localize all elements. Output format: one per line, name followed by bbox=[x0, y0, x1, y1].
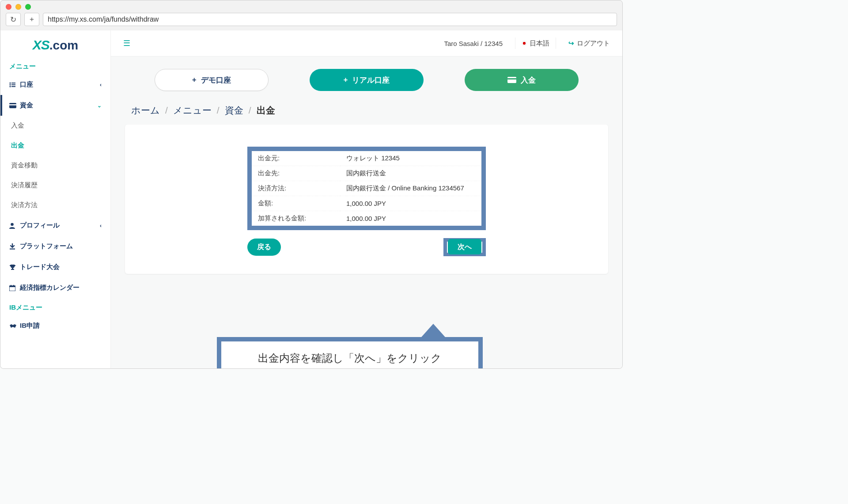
main-area: ☰ Taro Sasaki / 12345 日本語 ↪ ログアウト bbox=[111, 30, 622, 368]
jp-flag-icon bbox=[522, 41, 527, 46]
sidebar-item-funds[interactable]: 資金 ⌄ bbox=[0, 95, 110, 116]
summary-dest-label: 出金先: bbox=[252, 166, 340, 181]
wallet-icon bbox=[9, 103, 20, 108]
sidebar-item-contest[interactable]: トレード大会 bbox=[0, 257, 110, 277]
topbar: ☰ Taro Sasaki / 12345 日本語 ↪ ログアウト bbox=[111, 30, 622, 57]
sidebar: XS.com メニュー 口座 ‹ 資金 ⌄ bbox=[0, 30, 111, 368]
summary-amount-value: 1,000.00 JPY bbox=[340, 196, 481, 211]
svg-point-0 bbox=[9, 82, 11, 83]
summary-source-value: ウォレット 12345 bbox=[340, 151, 481, 166]
deposit-button[interactable]: 入金 bbox=[465, 69, 579, 91]
svg-point-8 bbox=[11, 223, 14, 226]
svg-rect-7 bbox=[9, 104, 16, 106]
live-account-button[interactable]: + リアル口座 bbox=[310, 69, 424, 91]
sidebar-item-accounts[interactable]: 口座 ‹ bbox=[0, 74, 110, 95]
sidebar-item-history[interactable]: 決済履歴 bbox=[0, 175, 110, 195]
breadcrumb-separator: / bbox=[249, 105, 251, 116]
svg-point-4 bbox=[9, 86, 11, 87]
url-bar[interactable]: https://my.xs.com/ja/funds/withdraw bbox=[43, 13, 617, 26]
summary-method-label: 決済方法: bbox=[252, 181, 340, 196]
logo-xs: XS bbox=[33, 38, 49, 52]
sidebar-item-platform[interactable]: プラットフォーム bbox=[0, 236, 110, 257]
callout-text: 出金内容を確認し「次へ」をクリック bbox=[217, 337, 483, 368]
breadcrumb-funds[interactable]: 資金 bbox=[225, 104, 243, 117]
summary-dest-value: 国内銀行送金 bbox=[340, 166, 481, 181]
maximize-window-icon[interactable] bbox=[25, 4, 31, 10]
sidebar-item-transfer[interactable]: 資金移動 bbox=[0, 155, 110, 175]
sidebar-item-calendar[interactable]: 経済指標カレンダー bbox=[0, 277, 110, 298]
card-icon bbox=[507, 77, 516, 83]
window-titlebar bbox=[0, 0, 622, 10]
svg-rect-9 bbox=[10, 248, 15, 249]
sidebar-item-withdraw[interactable]: 出金 bbox=[0, 136, 110, 155]
chevron-left-icon: ‹ bbox=[100, 82, 102, 88]
sidebar-item-label: 口座 bbox=[20, 80, 33, 89]
next-button[interactable]: 次へ bbox=[448, 239, 481, 254]
instruction-callout: 出金内容を確認し「次へ」をクリック bbox=[217, 337, 483, 368]
minimize-window-icon[interactable] bbox=[15, 4, 21, 10]
sidebar-item-label: トレード大会 bbox=[20, 263, 60, 271]
svg-point-2 bbox=[9, 84, 11, 85]
svg-rect-14 bbox=[507, 77, 516, 83]
plus-icon: + bbox=[344, 76, 348, 84]
sidebar-item-ib-apply[interactable]: IB申請 bbox=[0, 315, 110, 336]
logout-icon: ↪ bbox=[568, 39, 574, 47]
button-label: リアル口座 bbox=[352, 75, 390, 85]
sidebar-item-label: プラットフォーム bbox=[20, 242, 73, 250]
callout-arrow-icon bbox=[418, 324, 448, 341]
summary-amount-label: 金額: bbox=[252, 196, 340, 211]
menu-heading: メニュー bbox=[0, 57, 110, 74]
chevron-down-icon: ⌄ bbox=[97, 102, 102, 109]
next-button-highlight: 次へ bbox=[443, 238, 486, 256]
close-window-icon[interactable] bbox=[6, 4, 11, 10]
sidebar-item-label: プロフィール bbox=[20, 221, 60, 230]
breadcrumb: ホーム / メニュー / 資金 / 出金 bbox=[125, 104, 608, 125]
svg-rect-3 bbox=[11, 84, 15, 85]
sidebar-item-deposit[interactable]: 入金 bbox=[0, 116, 110, 136]
logout-label: ログアウト bbox=[577, 39, 610, 48]
breadcrumb-menu[interactable]: メニュー bbox=[173, 104, 212, 117]
form-action-row: 戻る 次へ bbox=[247, 238, 486, 256]
language-selector[interactable]: 日本語 bbox=[515, 38, 556, 49]
list-icon bbox=[9, 82, 20, 87]
sidebar-item-label: 経済指標カレンダー bbox=[20, 284, 80, 292]
back-button[interactable]: 戻る bbox=[247, 239, 281, 256]
breadcrumb-separator: / bbox=[165, 105, 168, 116]
language-label: 日本語 bbox=[530, 39, 549, 48]
new-tab-button[interactable]: + bbox=[24, 13, 39, 26]
summary-method-value: 国内銀行送金 / Online Banking 1234567 bbox=[340, 181, 481, 196]
sidebar-item-label: 資金 bbox=[20, 101, 33, 110]
logout-button[interactable]: ↪ ログアウト bbox=[568, 39, 610, 48]
withdraw-summary: 出金元: ウォレット 12345 出金先: 国内銀行送金 決済方法: 国内銀行送… bbox=[247, 147, 486, 230]
reload-button[interactable]: ↻ bbox=[6, 13, 21, 26]
svg-rect-11 bbox=[9, 286, 15, 287]
action-button-row: + デモ口座 + リアル口座 入金 bbox=[125, 65, 608, 104]
user-icon bbox=[9, 223, 20, 229]
logo-com: .com bbox=[49, 38, 78, 52]
sidebar-item-methods[interactable]: 決済方法 bbox=[0, 195, 110, 215]
trophy-icon bbox=[9, 264, 20, 270]
summary-source-label: 出金元: bbox=[252, 151, 340, 166]
sidebar-item-profile[interactable]: プロフィール ‹ bbox=[0, 215, 110, 236]
summary-credit-label: 加算される金額: bbox=[252, 211, 340, 226]
summary-credit-value: 1,000.00 JPY bbox=[340, 211, 481, 226]
svg-rect-15 bbox=[507, 78, 516, 80]
button-label: 入金 bbox=[521, 75, 536, 85]
svg-rect-5 bbox=[11, 86, 15, 87]
browser-toolbar: ↻ + https://my.xs.com/ja/funds/withdraw bbox=[0, 10, 622, 30]
sidebar-item-label: IB申請 bbox=[20, 322, 40, 330]
breadcrumb-current: 出金 bbox=[257, 104, 275, 117]
logo[interactable]: XS.com bbox=[0, 30, 110, 57]
svg-rect-13 bbox=[13, 285, 14, 286]
withdraw-card: 出金元: ウォレット 12345 出金先: 国内銀行送金 決済方法: 国内銀行送… bbox=[125, 125, 608, 274]
demo-account-button[interactable]: + デモ口座 bbox=[155, 69, 269, 91]
chevron-left-icon: ‹ bbox=[100, 223, 102, 229]
handshake-icon bbox=[9, 323, 20, 329]
svg-rect-1 bbox=[11, 83, 15, 83]
browser-window: ↻ + https://my.xs.com/ja/funds/withdraw … bbox=[0, 0, 623, 369]
breadcrumb-separator: / bbox=[217, 105, 220, 116]
menu-toggle-icon[interactable]: ☰ bbox=[123, 38, 130, 48]
funds-submenu: 入金 出金 資金移動 決済履歴 決済方法 bbox=[0, 116, 110, 215]
user-name: Taro Sasaki / 12345 bbox=[444, 40, 503, 47]
breadcrumb-home[interactable]: ホーム bbox=[131, 104, 160, 117]
